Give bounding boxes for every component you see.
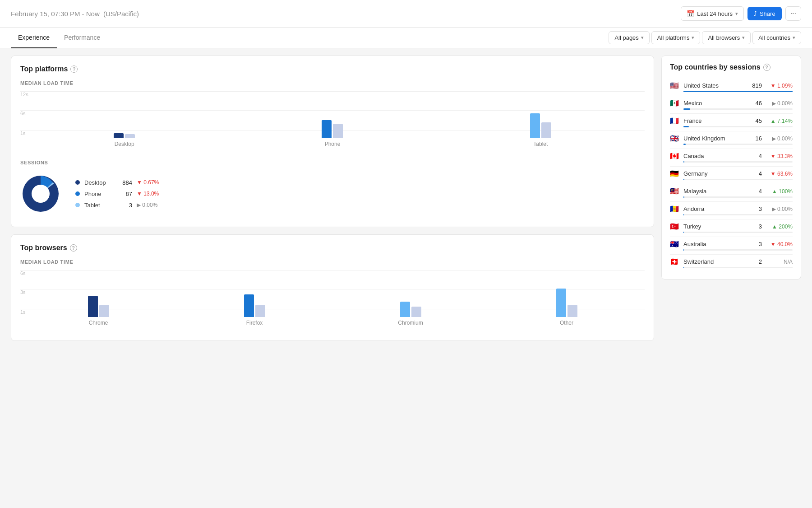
nav-filters: All pages ▾ All platforms ▾ All browsers… xyxy=(609,31,801,44)
country-progress-bg xyxy=(683,196,793,198)
tab-performance[interactable]: Performance xyxy=(57,28,107,48)
legend-change-desktop: ▼ 0.67% xyxy=(137,179,159,186)
bar-group-other: Other xyxy=(489,289,645,317)
top-countries-title: Top countries by sessions ? xyxy=(670,63,793,71)
country-progress-fill xyxy=(683,232,684,233)
filter-all-countries[interactable]: All countries ▾ xyxy=(752,31,801,44)
country-change: ▲ 200% xyxy=(766,224,793,230)
country-item: 🇬🇧 United Kingdom 16 ▶ 0.00% xyxy=(670,131,793,149)
country-progress-bg xyxy=(683,161,793,163)
country-progress-bg xyxy=(683,179,793,180)
country-progress-bg xyxy=(683,126,793,127)
all-platforms-label: All platforms xyxy=(657,34,690,41)
legend-name-tablet: Tablet xyxy=(84,202,111,209)
country-change: N/A xyxy=(766,259,793,265)
country-name: France xyxy=(683,117,746,124)
top-platforms-title-text: Top platforms xyxy=(20,65,68,73)
country-list: 🇺🇸 United States 819 ▼ 1.09% 🇲🇽 Mexico 4… xyxy=(670,79,793,272)
filter-all-browsers[interactable]: All browsers ▾ xyxy=(702,31,751,44)
calendar-icon: 📅 xyxy=(687,10,694,17)
info-icon-countries[interactable]: ? xyxy=(763,64,770,71)
browsers-median-load-label: MEDIAN LOAD TIME xyxy=(20,259,645,265)
country-item: 🇫🇷 France 45 ▲ 7.14% xyxy=(670,114,793,131)
timezone: (US/Pacific) xyxy=(103,10,139,18)
time-range-label: Last 24 hours xyxy=(697,10,733,17)
country-progress-bg xyxy=(683,232,793,233)
sessions-label: SESSIONS xyxy=(20,160,645,165)
country-name: Australia xyxy=(683,241,746,247)
time-range-button[interactable]: 📅 Last 24 hours ▾ xyxy=(681,6,744,21)
svg-point-1 xyxy=(32,185,50,203)
gridline-6s-b: 6s xyxy=(20,270,645,276)
country-flag: 🇨🇭 xyxy=(670,258,680,265)
chevron-down-icon: ▾ xyxy=(641,35,644,41)
country-item: 🇹🇷 Turkey 3 ▲ 200% xyxy=(670,219,793,237)
country-name: United Kingdom xyxy=(683,135,746,142)
country-item: 🇦🇩 Andorra 3 ▶ 0.00% xyxy=(670,202,793,219)
country-name: Germany xyxy=(683,170,746,177)
bar-phone-prev xyxy=(333,124,343,138)
country-change: ▼ 33.3% xyxy=(766,153,793,159)
country-item: 🇩🇪 Germany 4 ▼ 63.6% xyxy=(670,167,793,184)
top-browsers-card: Top browsers ? MEDIAN LOAD TIME 6s 3s 1s xyxy=(11,234,654,341)
more-button[interactable]: ··· xyxy=(785,6,801,21)
country-change: ▼ 63.6% xyxy=(766,171,793,177)
info-icon-browsers[interactable]: ? xyxy=(70,244,77,252)
chevron-down-icon: ▾ xyxy=(742,35,745,41)
share-button[interactable]: ⤴ Share xyxy=(747,7,782,20)
bar-group-tablet: Tablet xyxy=(437,113,645,138)
bar-phone-current xyxy=(322,120,332,138)
median-load-label: MEDIAN LOAD TIME xyxy=(20,80,645,86)
country-progress-bg xyxy=(683,214,793,215)
sessions-content: Desktop 884 ▼ 0.67% Phone 87 ▼ 13.0% xyxy=(20,170,645,218)
country-progress-fill xyxy=(683,196,684,198)
country-change: ▲ 7.14% xyxy=(766,118,793,124)
country-flag: 🇫🇷 xyxy=(670,117,680,124)
country-count: 16 xyxy=(749,135,762,142)
country-progress-fill xyxy=(683,267,684,268)
legend-count-desktop: 884 xyxy=(116,179,132,186)
country-progress-fill xyxy=(683,214,684,215)
country-flag: 🇲🇽 xyxy=(670,100,680,107)
country-name: Switzerland xyxy=(683,258,746,265)
country-name: Malaysia xyxy=(683,188,746,195)
tab-experience[interactable]: Experience xyxy=(11,28,57,48)
bar-label-chrome: Chrome xyxy=(89,320,108,326)
all-countries-label: All countries xyxy=(758,34,790,41)
date-range: February 15, 07:30 PM - Now (US/Pacific) xyxy=(11,10,139,18)
pie-chart xyxy=(20,173,61,214)
legend-count-phone: 87 xyxy=(116,191,132,197)
bar-chrome-prev xyxy=(99,305,109,317)
country-progress-fill xyxy=(683,126,689,127)
country-count: 4 xyxy=(749,170,762,177)
browsers-bar-chart: 6s 3s 1s Chrome xyxy=(20,269,645,328)
bar-groups-platforms: Desktop Phone Tablet xyxy=(20,98,645,138)
country-flag: 🇦🇩 xyxy=(670,205,680,212)
filter-all-pages[interactable]: All pages ▾ xyxy=(609,31,649,44)
bar-groups-browsers: Chrome Firefox Chromium xyxy=(20,276,645,317)
chevron-down-icon: ▾ xyxy=(692,35,694,41)
platforms-bar-chart: 12s 6s 1s Desktop xyxy=(20,90,645,149)
bar-label-desktop: Desktop xyxy=(115,141,134,147)
filter-all-platforms[interactable]: All platforms ▾ xyxy=(651,31,701,44)
all-browsers-label: All browsers xyxy=(708,34,740,41)
info-icon[interactable]: ? xyxy=(70,65,78,73)
country-change: ▼ 40.0% xyxy=(766,241,793,247)
country-flag: 🇹🇷 xyxy=(670,223,680,230)
country-change: ▶ 0.00% xyxy=(766,206,793,212)
bar-label-tablet: Tablet xyxy=(533,141,548,147)
top-browsers-title-text: Top browsers xyxy=(20,244,67,252)
country-flag: 🇩🇪 xyxy=(670,170,680,177)
country-count: 4 xyxy=(749,153,762,159)
country-item: 🇺🇸 United States 819 ▼ 1.09% xyxy=(670,79,793,96)
country-change: ▶ 0.00% xyxy=(766,135,793,142)
country-name: Mexico xyxy=(683,100,746,107)
main-column: Top platforms ? MEDIAN LOAD TIME 12s 6s … xyxy=(11,56,654,495)
bar-label-phone: Phone xyxy=(325,141,341,147)
legend-name-desktop: Desktop xyxy=(84,179,111,186)
country-progress-fill xyxy=(683,249,684,251)
bar-firefox-current xyxy=(244,294,254,317)
country-progress-bg xyxy=(683,144,793,145)
top-bar-actions: 📅 Last 24 hours ▾ ⤴ Share ··· xyxy=(681,6,801,21)
bar-chromium-prev xyxy=(411,307,421,317)
